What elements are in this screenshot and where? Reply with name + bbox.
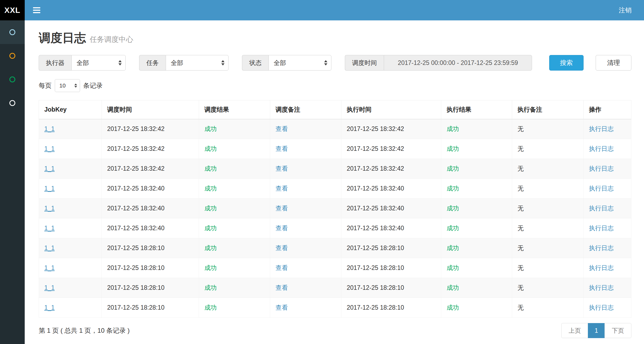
jobkey-link[interactable]: 1_1	[44, 165, 55, 172]
exec-log-link[interactable]: 执行日志	[589, 165, 614, 172]
jobkey-link[interactable]: 1_1	[44, 145, 55, 152]
exec-time-text: 2017-12-25 18:32:42	[347, 165, 404, 172]
trigger-time-text: 2017-12-25 18:32:42	[107, 145, 165, 152]
jobkey-link[interactable]: 1_1	[44, 244, 55, 251]
sidebar-item-1[interactable]	[0, 20, 25, 44]
exec-remark-text: 无	[518, 264, 524, 271]
job-select[interactable]: 全部	[166, 55, 229, 71]
exec-log-link[interactable]: 执行日志	[589, 264, 614, 271]
left-sidebar	[0, 20, 25, 344]
job-select-value: 全部	[171, 59, 183, 67]
sidebar-item-4[interactable]	[0, 91, 25, 115]
exec-result-text: 成功	[447, 185, 459, 192]
column-header-trigger_time: 调度时间	[102, 100, 199, 119]
view-remark-link[interactable]: 查看	[276, 225, 288, 232]
jobkey-link[interactable]: 1_1	[44, 304, 55, 311]
view-remark-link[interactable]: 查看	[276, 205, 288, 212]
status-select-value: 全部	[274, 59, 286, 67]
exec-remark-text: 无	[518, 304, 524, 311]
logout-link[interactable]: 注销	[606, 0, 644, 20]
hamburger-icon	[33, 7, 40, 13]
job-filter-label: 任务	[139, 55, 166, 71]
column-header-trigger_remark: 调度备注	[270, 100, 341, 119]
exec-time-text: 2017-12-25 18:28:10	[347, 304, 404, 311]
column-header-action: 操作	[584, 100, 631, 119]
status-select[interactable]: 全部	[269, 55, 331, 71]
executor-filter-label: 执行器	[39, 55, 71, 71]
circle-outline-icon	[9, 53, 15, 59]
jobkey-link[interactable]: 1_1	[44, 125, 55, 132]
log-row: 1_12017-12-25 18:32:40成功查看2017-12-25 18:…	[39, 199, 631, 218]
log-row: 1_12017-12-25 18:28:10成功查看2017-12-25 18:…	[39, 298, 631, 318]
jobkey-link[interactable]: 1_1	[44, 185, 55, 192]
status-filter-label: 状态	[242, 55, 269, 71]
exec-result-text: 成功	[447, 165, 459, 172]
trigger-time-range-input[interactable]: 2017-12-25 00:00:00 - 2017-12-25 23:59:5…	[384, 55, 532, 71]
page-size-select[interactable]: 10	[55, 79, 80, 92]
clear-button[interactable]: 清理	[596, 55, 631, 71]
exec-log-link[interactable]: 执行日志	[589, 225, 614, 232]
trigger-time-text: 2017-12-25 18:32:40	[107, 205, 165, 212]
executor-select[interactable]: 全部	[71, 55, 126, 71]
exec-time-text: 2017-12-25 18:32:42	[347, 145, 404, 152]
exec-log-link[interactable]: 执行日志	[589, 244, 614, 251]
exec-log-link[interactable]: 执行日志	[589, 284, 614, 291]
trigger-time-text: 2017-12-25 18:32:42	[107, 165, 165, 172]
log-row: 1_12017-12-25 18:32:42成功查看2017-12-25 18:…	[39, 139, 631, 159]
exec-result-text: 成功	[447, 244, 459, 251]
exec-remark-text: 无	[518, 225, 524, 232]
view-remark-link[interactable]: 查看	[276, 264, 288, 271]
select-arrows-icon	[221, 60, 225, 65]
pagination: 上页 1 下页	[561, 323, 631, 338]
jobkey-link[interactable]: 1_1	[44, 264, 55, 271]
next-page-button[interactable]: 下页	[605, 323, 631, 338]
trigger-result-text: 成功	[204, 165, 217, 172]
jobkey-link[interactable]: 1_1	[44, 284, 55, 291]
status-filter-group: 状态 全部	[242, 55, 331, 71]
page-1-button[interactable]: 1	[588, 323, 605, 338]
view-remark-link[interactable]: 查看	[276, 304, 288, 311]
page-size-bar: 每页 10 条记录	[39, 79, 631, 92]
trigger-time-text: 2017-12-25 18:28:10	[107, 244, 165, 251]
jobkey-link[interactable]: 1_1	[44, 205, 55, 212]
exec-log-link[interactable]: 执行日志	[589, 145, 614, 152]
trigger-result-text: 成功	[204, 244, 217, 251]
exec-log-link[interactable]: 执行日志	[589, 304, 614, 311]
sidebar-item-2[interactable]	[0, 44, 25, 68]
log-row: 1_12017-12-25 18:32:40成功查看2017-12-25 18:…	[39, 179, 631, 199]
exec-remark-text: 无	[518, 185, 524, 192]
page-size-prefix-label: 每页	[39, 81, 52, 90]
column-header-exec_result: 执行结果	[441, 100, 512, 119]
select-arrows-icon	[324, 60, 327, 65]
view-remark-link[interactable]: 查看	[276, 145, 288, 152]
view-remark-link[interactable]: 查看	[276, 284, 288, 291]
column-header-jobkey: JobKey	[39, 100, 102, 119]
exec-remark-text: 无	[518, 145, 524, 152]
jobkey-link[interactable]: 1_1	[44, 225, 55, 232]
prev-page-button[interactable]: 上页	[561, 323, 588, 338]
main-content: 调度日志任务调度中心 执行器 全部 任务 全部 状态 全部 调度时间	[25, 30, 644, 338]
exec-result-text: 成功	[447, 284, 459, 291]
view-remark-link[interactable]: 查看	[276, 185, 288, 192]
trigger-time-filter-group: 调度时间 2017-12-25 00:00:00 - 2017-12-25 23…	[345, 55, 532, 71]
sidebar-item-3[interactable]	[0, 68, 25, 91]
trigger-time-filter-label: 调度时间	[345, 55, 384, 71]
page-subtitle: 任务调度中心	[90, 35, 133, 43]
pagination-summary: 第 1 页 ( 总共 1 页，10 条记录 )	[39, 326, 130, 335]
search-button[interactable]: 搜索	[549, 55, 584, 71]
executor-filter-group: 执行器 全部	[39, 55, 126, 71]
trigger-result-text: 成功	[204, 145, 217, 152]
exec-result-text: 成功	[447, 125, 459, 132]
view-remark-link[interactable]: 查看	[276, 125, 288, 132]
sidebar-toggle-button[interactable]	[25, 0, 48, 20]
view-remark-link[interactable]: 查看	[276, 165, 288, 172]
circle-outline-icon	[9, 76, 15, 82]
view-remark-link[interactable]: 查看	[276, 244, 288, 251]
exec-log-link[interactable]: 执行日志	[589, 185, 614, 192]
exec-remark-text: 无	[518, 284, 524, 291]
trigger-result-text: 成功	[204, 125, 217, 132]
exec-log-link[interactable]: 执行日志	[589, 125, 614, 132]
exec-time-text: 2017-12-25 18:28:10	[347, 284, 404, 291]
exec-log-link[interactable]: 执行日志	[589, 205, 614, 212]
trigger-result-text: 成功	[204, 205, 217, 212]
